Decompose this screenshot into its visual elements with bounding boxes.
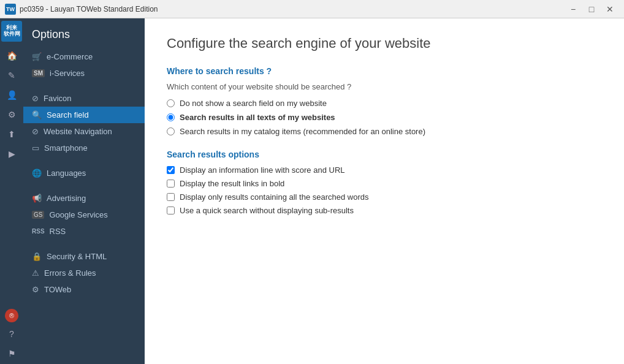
sidebar-label-rss: RSS [50, 227, 66, 236]
close-button[interactable]: ✕ [601, 0, 619, 18]
section2-title: Search results options [167, 150, 602, 159]
sidebar-item-favicon[interactable]: ⊘ Favicon [23, 90, 145, 107]
sidebar-item-toweb[interactable]: ⚙ TOWeb [23, 281, 145, 298]
radio-item-2[interactable]: Search results in all texts of my websit… [167, 113, 602, 122]
sidebar-label-smartphone: Smartphone [44, 143, 88, 153]
sidebar-label-searchfield: Search field [47, 110, 89, 119]
radio-3[interactable] [167, 127, 175, 135]
sidebar-label-toweb: TOWeb [44, 285, 71, 294]
ecommerce-icon: 🛒 [32, 52, 42, 61]
sidebar-item-ecommerce[interactable]: 🛒 e-Commerce [23, 48, 145, 65]
security-icon: 🔒 [32, 252, 42, 261]
minimize-button[interactable]: − [564, 0, 582, 18]
radio-item-3[interactable]: Search results in my catalog items (reco… [167, 127, 602, 136]
checkbox-2[interactable] [167, 180, 175, 188]
advertising-icon: 📢 [32, 194, 42, 203]
checkbox-item-2[interactable]: Display the result links in bold [167, 179, 602, 188]
radio-1[interactable] [167, 99, 175, 107]
favicon-icon: ⊘ [32, 94, 39, 103]
sidebar-label-favicon: Favicon [44, 94, 72, 103]
checkbox-item-4[interactable]: Use a quick search without displaying su… [167, 206, 602, 215]
googleservices-icon: GS [32, 211, 44, 219]
app-body: 利来软件网 🏠 ✎ 👤 ⚙ ⬆ ▶ ® ? ⚑ Options 🛒 e-Comm… [0, 18, 624, 364]
smartphone-icon: ▭ [32, 143, 39, 153]
checkbox-label-3: Display only results containing all the … [180, 192, 369, 202]
searchfield-icon: 🔍 [32, 110, 42, 119]
rail-logo: 利来软件网 [1, 21, 22, 42]
sidebar-item-languages[interactable]: 🌐 Languages [23, 165, 145, 181]
app-icon: TW [5, 4, 16, 15]
checkbox-3[interactable] [167, 193, 175, 201]
sidebar-item-googleservices[interactable]: GS Google Services [23, 207, 145, 223]
sidebar-label-googleservices: Google Services [49, 210, 107, 219]
rail-home-icon[interactable]: 🏠 [1, 47, 22, 65]
radio-label-3: Search results in my catalog items (reco… [180, 127, 425, 136]
sidebar-label-webnavigation: Website Navigation [44, 127, 112, 136]
titlebar: TW pc0359 - Lauyan TOWeb Standard Editio… [0, 0, 624, 18]
rss-icon: RSS [32, 228, 45, 235]
checkbox-item-3[interactable]: Display only results containing all the … [167, 192, 602, 202]
sidebar-item-advertising[interactable]: 📢 Advertising [23, 190, 145, 207]
checkbox-4[interactable] [167, 207, 175, 214]
iservices-icon: SM [32, 69, 45, 77]
icon-rail: 利来软件网 🏠 ✎ 👤 ⚙ ⬆ ▶ ® ? ⚑ [0, 18, 23, 364]
sidebar-item-webnavigation[interactable]: ⊘ Website Navigation [23, 123, 145, 140]
rail-bottom-icon[interactable]: ⚑ [1, 344, 22, 363]
checkbox-label-1: Display an information line with score a… [180, 165, 345, 175]
sidebar-label-ecommerce: e-Commerce [47, 52, 93, 61]
rail-edit-icon[interactable]: ✎ [1, 66, 22, 85]
sidebar-item-errors[interactable]: ⚠ Errors & Rules [23, 265, 145, 281]
sidebar-header: Options [23, 23, 145, 48]
sidebar-label-advertising: Advertising [47, 194, 86, 203]
sidebar-divider-2 [23, 156, 145, 165]
checkbox-label-2: Display the result links in bold [180, 179, 284, 188]
checkbox-label-4: Use a quick search without displaying su… [180, 206, 354, 215]
checkbox-group: Display an information line with score a… [167, 165, 602, 215]
rail-special-icon[interactable]: ® [5, 309, 18, 322]
sidebar-item-security[interactable]: 🔒 Security & HTML [23, 248, 145, 265]
sidebar-item-searchfield[interactable]: 🔍 Search field [23, 107, 145, 123]
maximize-button[interactable]: □ [582, 0, 601, 18]
radio-2[interactable] [167, 113, 175, 121]
sidebar-item-iservices[interactable]: SM i-Services [23, 65, 145, 82]
sidebar-label-security: Security & HTML [47, 252, 107, 261]
radio-group: Do not show a search field on my website… [167, 99, 602, 136]
window-controls: − □ ✕ [564, 0, 619, 18]
checkbox-item-1[interactable]: Display an information line with score a… [167, 165, 602, 175]
sub-question: Which content of your website should be … [167, 82, 602, 91]
sidebar-label-languages: Languages [47, 169, 86, 178]
main-panel: Configure the search engine of your webs… [145, 18, 624, 364]
sidebar: Options 🛒 e-Commerce SM i-Services ⊘ Fav… [23, 18, 145, 364]
languages-icon: 🌐 [32, 169, 42, 178]
titlebar-title: pc0359 - Lauyan TOWeb Standard Edition [20, 5, 564, 13]
sidebar-divider-1 [23, 82, 145, 90]
sidebar-item-rss[interactable]: RSS RSS [23, 223, 145, 240]
errors-icon: ⚠ [32, 268, 39, 278]
search-results-section: Search results options Display an inform… [167, 150, 602, 215]
toweb-icon: ⚙ [32, 285, 39, 294]
sidebar-divider-3 [23, 181, 145, 190]
radio-label-2: Search results in all texts of my websit… [180, 113, 335, 122]
checkbox-1[interactable] [167, 166, 175, 174]
rail-upload-icon[interactable]: ⬆ [1, 125, 22, 143]
rail-play-icon[interactable]: ▶ [1, 145, 22, 163]
sidebar-item-smartphone[interactable]: ▭ Smartphone [23, 140, 145, 156]
radio-label-1: Do not show a search field on my website [180, 99, 327, 108]
sidebar-label-errors: Errors & Rules [44, 268, 96, 278]
rail-help-icon[interactable]: ? [1, 325, 22, 343]
page-title: Configure the search engine of your webs… [167, 36, 602, 51]
radio-item-1[interactable]: Do not show a search field on my website [167, 99, 602, 108]
rail-user-icon[interactable]: 👤 [1, 86, 22, 104]
sidebar-divider-4 [23, 240, 145, 248]
webnavigation-icon: ⊘ [32, 127, 39, 136]
sidebar-label-iservices: i-Services [50, 69, 85, 78]
rail-settings-icon[interactable]: ⚙ [1, 105, 22, 124]
section1-title: Where to search results ? [167, 66, 602, 76]
